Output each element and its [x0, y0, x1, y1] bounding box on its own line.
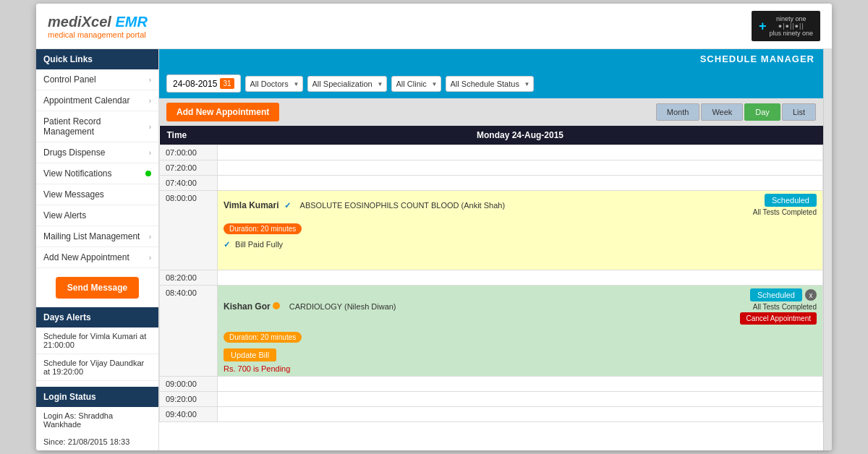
scrollbar[interactable] [823, 49, 832, 450]
bill-paid-text: Bill Paid Fully [235, 240, 283, 249]
close-button-kishan[interactable]: x [805, 289, 817, 301]
table-row: 08:00:00 Vimla Kumari ✓ ABSOLUTE EOSINOP… [160, 191, 823, 270]
slot-cell-8 [218, 407, 823, 422]
main-layout: Quick Links Control Panel › Appointment … [36, 49, 832, 450]
arrow-icon-0: › [149, 76, 151, 84]
sidebar-label-add-appointment: Add New Appointment [43, 252, 129, 262]
appt-right-vimla: Scheduled All Tests Completed [753, 194, 817, 216]
table-row: 07:40:00 [160, 176, 823, 191]
month-view-button[interactable]: Month [656, 103, 700, 121]
time-cell: 08:00:00 [160, 191, 218, 270]
week-view-button[interactable]: Week [701, 103, 743, 121]
sidebar-label-view-alerts: View Alerts [43, 210, 86, 220]
alert-item-0: Schedule for Vimla Kumari at 21:00:00 [36, 327, 158, 354]
slot-cell-4 [218, 270, 823, 286]
sidebar-item-patient-record[interactable]: Patient Record Management › [36, 111, 158, 142]
appointment-vimla: Vimla Kumari ✓ ABSOLUTE EOSINOPHILS COUN… [218, 191, 823, 270]
action-bar: Add New Appointment Month Week Day List [159, 98, 823, 126]
time-cell: 08:40:00 [160, 286, 218, 377]
appt-name-left: Vimla Kumari ✓ ABSOLUTE EOSINOPHILS COUN… [224, 200, 505, 210]
all-specialization-wrapper: All Specialization [307, 76, 387, 92]
appointment-kishan: Kishan Gor CARDIOLOGY (Nilesh Diwan) Sch… [218, 286, 823, 377]
sidebar-label-mailing-list: Mailing List Management [43, 231, 140, 241]
date-column-header: Monday 24-Aug-2015 [218, 126, 823, 145]
quicklinks-header: Quick Links [36, 49, 158, 69]
calendar-table: Time Monday 24-Aug-2015 07:00:00 07:20:0… [159, 126, 823, 422]
view-buttons: Month Week Day List [656, 103, 816, 121]
bill-paid-vimla: ✓ Bill Paid Fully [224, 240, 817, 249]
all-schedule-status-select[interactable]: All Schedule Status [446, 76, 534, 92]
patient-name-vimla: Vimla Kumari [224, 200, 278, 210]
login-status-header: Login Status [36, 387, 158, 407]
all-tests-kishan: All Tests Completed [753, 303, 817, 311]
content-area: SCHEDULE MANAGER 24-08-2015 31 All Docto… [159, 49, 823, 450]
sidebar-item-mailing-list[interactable]: Mailing List Management › [36, 226, 158, 247]
days-alerts-header: Days Alerts [36, 307, 158, 327]
sidebar-item-view-notifications[interactable]: View Notifications [36, 163, 158, 184]
time-cell: 07:40:00 [160, 176, 218, 191]
table-row: 07:20:00 [160, 160, 823, 176]
cancel-appointment-button-kishan[interactable]: Cancel Appointment [740, 312, 817, 325]
table-row: 08:20:00 [160, 270, 823, 286]
badge-line3: plus ninety one [769, 30, 813, 37]
update-bill-button-kishan[interactable]: Update Bill [224, 348, 276, 361]
table-row: 09:00:00 [160, 377, 823, 392]
pending-amount-kishan: Rs. 700 is Pending [224, 364, 817, 373]
logo-xcel: Xcel [82, 14, 111, 30]
add-new-appointment-button[interactable]: Add New Appointment [166, 103, 279, 121]
browser-frame: mediXcel EMR medical management portal +… [36, 4, 832, 450]
time-cell: 07:20:00 [160, 160, 218, 176]
send-message-button[interactable]: Send Message [56, 277, 139, 299]
logo-main: mediXcel EMR [48, 14, 148, 30]
sidebar: Quick Links Control Panel › Appointment … [36, 49, 159, 450]
scheduled-button-kishan[interactable]: Scheduled [750, 288, 802, 301]
sidebar-item-drugs-dispense[interactable]: Drugs Dispense › [36, 142, 158, 163]
notification-dot [145, 171, 151, 176]
sidebar-label-view-notifications: View Notifications [43, 168, 112, 179]
arrow-icon-7: › [149, 233, 151, 241]
arrow-icon-3: › [149, 149, 151, 157]
badge-plus: + [759, 19, 767, 34]
date-picker[interactable]: 24-08-2015 31 [166, 74, 241, 93]
sidebar-item-add-appointment[interactable]: Add New Appointment › [36, 247, 158, 268]
sidebar-item-appointment-calendar[interactable]: Appointment Calendar › [36, 90, 158, 111]
all-doctors-wrapper: All Doctors [245, 76, 303, 92]
sidebar-item-control-panel[interactable]: Control Panel › [36, 69, 158, 90]
slot-cell-6 [218, 377, 823, 392]
schedule-manager-title: SCHEDULE MANAGER [168, 53, 814, 64]
sidebar-item-view-alerts[interactable]: View Alerts [36, 205, 158, 226]
sidebar-item-view-messages[interactable]: View Messages [36, 184, 158, 205]
time-cell: 09:40:00 [160, 407, 218, 422]
appt-name-left-kishan: Kishan Gor CARDIOLOGY (Nilesh Diwan) [224, 301, 396, 312]
time-cell: 08:20:00 [160, 270, 218, 286]
list-view-button[interactable]: List [782, 103, 816, 121]
table-row: 09:20:00 [160, 392, 823, 407]
login-since-info: Since: 21/08/2015 18:33 [36, 433, 158, 450]
logo-subtitle: medical management portal [48, 30, 148, 39]
appt-right-kishan: Scheduled x All Tests Completed Cancel A… [740, 288, 817, 325]
duration-badge-kishan: Duration: 20 minutes [224, 332, 302, 343]
bill-check-icon: ✓ [224, 240, 230, 249]
patient-name-kishan: Kishan Gor [224, 301, 271, 312]
appt-details-vimla: Duration: 20 minutes [224, 220, 817, 237]
schedule-header-bar: SCHEDULE MANAGER [159, 49, 823, 69]
duration-badge-vimla: Duration: 20 minutes [224, 223, 302, 234]
table-row: 09:40:00 [160, 407, 823, 422]
badge-line1: ninety one [769, 15, 813, 22]
all-specialization-select[interactable]: All Specialization [307, 76, 387, 92]
logo-emr: EMR [111, 14, 148, 30]
calendar-icon[interactable]: 31 [220, 78, 234, 89]
test-name-vimla: ABSOLUTE EOSINOPHILS COUNT BLOOD (Ankit … [300, 201, 505, 210]
scheduled-button-vimla[interactable]: Scheduled [765, 194, 817, 207]
company-badge: + ninety one ●|●||●|| plus ninety one [752, 11, 820, 41]
all-clinic-select[interactable]: All Clinic [391, 76, 441, 92]
login-as-info: Login As: Shraddha Wankhade [36, 407, 158, 433]
logo-medi: medi [48, 14, 82, 30]
logo-area: mediXcel EMR medical management portal [48, 14, 148, 39]
table-row: 08:40:00 Kishan Gor CARDIOLOGY (Nilesh D… [160, 286, 823, 377]
slot-cell-2 [218, 176, 823, 191]
all-doctors-select[interactable]: All Doctors [245, 76, 303, 92]
all-clinic-wrapper: All Clinic [391, 76, 441, 92]
sidebar-label-view-messages: View Messages [43, 189, 104, 200]
day-view-button[interactable]: Day [744, 103, 780, 121]
